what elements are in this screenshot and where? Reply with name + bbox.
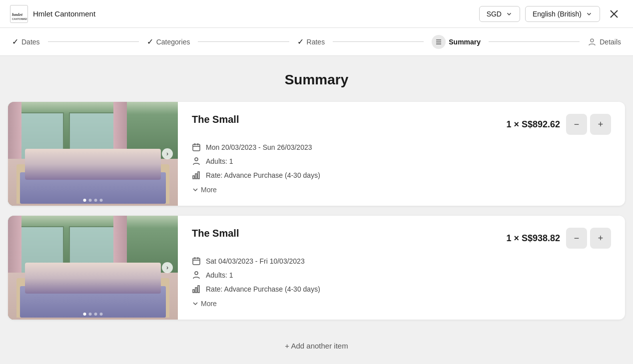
dot: [94, 313, 97, 316]
dot: [83, 199, 86, 202]
image-dots-1: [83, 199, 103, 202]
currency-value: SGD: [487, 10, 502, 18]
room-price-1: 1 × S$892.62: [506, 119, 560, 130]
dates-row-1: Mon 20/03/2023 - Sun 26/03/2023: [192, 143, 611, 152]
rate-text-2: Rate: Advance Purchase (4-30 days): [206, 285, 320, 293]
room-image-2: ›: [8, 216, 178, 320]
chevron-down-icon: [506, 10, 513, 17]
step-divider-3: [333, 41, 424, 42]
chart-icon: [192, 171, 201, 180]
svg-rect-21: [193, 290, 194, 293]
svg-point-20: [195, 272, 198, 275]
add-item-label: + Add another item: [285, 342, 348, 350]
adults-text-2: Adults: 1: [206, 271, 233, 279]
dates-label: Dates: [21, 38, 40, 46]
card-details-2: Sat 04/03/2023 - Fri 10/03/2023 Adults: …: [192, 257, 611, 308]
header-controls: SGD English (British): [479, 5, 623, 23]
booking-card-2: › The Small 1 × S$938.82 − +: [8, 216, 625, 320]
dot: [100, 199, 103, 202]
step-categories[interactable]: ✓ Categories: [147, 37, 190, 46]
increment-button-2[interactable]: +: [590, 228, 611, 249]
step-rates[interactable]: ✓ Rates: [297, 37, 325, 46]
price-controls-1: 1 × S$892.62 − +: [506, 114, 611, 135]
calendar-icon: [192, 143, 201, 152]
dates-check-icon: ✓: [12, 37, 18, 46]
currency-selector[interactable]: SGD: [479, 6, 520, 22]
logo-area: hmlet CANTONMENT Hmlet Cantonment: [10, 5, 95, 23]
details-label: Details: [600, 38, 621, 46]
categories-check-icon: ✓: [147, 37, 153, 46]
step-dates[interactable]: ✓ Dates: [12, 37, 40, 46]
rates-label: Rates: [307, 38, 325, 46]
svg-text:hmlet: hmlet: [12, 12, 23, 17]
adults-row-1: Adults: 1: [192, 157, 611, 166]
image-next-arrow-2[interactable]: ›: [162, 262, 173, 273]
booking-card-1: › The Small 1 × S$892.62 − +: [8, 102, 625, 206]
svg-text:CANTONMENT: CANTONMENT: [12, 17, 27, 20]
step-summary[interactable]: Summary: [432, 35, 481, 49]
svg-point-7: [591, 39, 594, 42]
dot: [83, 313, 86, 316]
step-details[interactable]: Details: [588, 37, 621, 46]
room-name-2: The Small: [192, 228, 239, 239]
more-label-1: More: [201, 186, 217, 194]
image-dots-2: [83, 313, 103, 316]
step-navigation: ✓ Dates ✓ Categories ✓ Rates Summary Det…: [0, 28, 633, 56]
chevron-down-icon: [192, 186, 199, 193]
quantity-controls-2: − +: [566, 228, 611, 249]
room-scene-2: [8, 216, 178, 320]
room-image-1: ›: [8, 102, 178, 206]
rate-text-1: Rate: Advance Purchase (4-30 days): [206, 171, 320, 179]
card-content-2: The Small 1 × S$938.82 − +: [178, 216, 625, 320]
summary-label: Summary: [449, 38, 481, 46]
dot: [89, 199, 92, 202]
main-content: Summary: [0, 56, 633, 364]
more-toggle-1[interactable]: More: [192, 186, 611, 194]
adults-row-2: Adults: 1: [192, 271, 611, 280]
add-item-button[interactable]: + Add another item: [8, 330, 625, 362]
adults-text-1: Adults: 1: [206, 157, 233, 165]
svg-point-12: [195, 158, 198, 161]
rate-row-2: Rate: Advance Purchase (4-30 days): [192, 285, 611, 294]
svg-rect-14: [195, 174, 197, 179]
rates-check-icon: ✓: [297, 37, 304, 46]
card-details-1: Mon 20/03/2023 - Sun 26/03/2023 Adults: …: [192, 143, 611, 194]
step-divider-2: [198, 41, 289, 42]
step-divider-1: [48, 41, 139, 42]
hotel-name: Hmlet Cantonment: [33, 9, 95, 18]
app-header: hmlet CANTONMENT Hmlet Cantonment SGD En…: [0, 0, 633, 28]
more-toggle-2[interactable]: More: [192, 300, 611, 308]
room-scene-1: [8, 102, 178, 206]
dates-text-1: Mon 20/03/2023 - Sun 26/03/2023: [206, 143, 312, 151]
person-icon: [192, 157, 201, 166]
rate-row-1: Rate: Advance Purchase (4-30 days): [192, 171, 611, 180]
close-button[interactable]: [605, 5, 623, 23]
decrement-button-1[interactable]: −: [566, 114, 587, 135]
person-icon: [192, 271, 201, 280]
svg-rect-22: [195, 288, 197, 293]
page-title: Summary: [8, 72, 625, 88]
dates-row-2: Sat 04/03/2023 - Fri 10/03/2023: [192, 257, 611, 266]
room-name-1: The Small: [192, 114, 239, 125]
decrement-button-2[interactable]: −: [566, 228, 587, 249]
chevron-down-icon: [192, 300, 199, 307]
svg-rect-23: [198, 286, 199, 293]
image-next-arrow-1[interactable]: ›: [162, 148, 173, 159]
summary-list-icon: [432, 35, 446, 49]
dot: [94, 199, 97, 202]
quantity-controls-1: − +: [566, 114, 611, 135]
svg-rect-13: [193, 176, 194, 179]
card-content-1: The Small 1 × S$892.62 − +: [178, 102, 625, 206]
dot: [89, 313, 92, 316]
more-label-2: More: [201, 300, 217, 308]
calendar-icon: [192, 257, 201, 266]
dates-text-2: Sat 04/03/2023 - Fri 10/03/2023: [206, 257, 305, 265]
language-value: English (British): [533, 10, 582, 18]
increment-button-1[interactable]: +: [590, 114, 611, 135]
card-header-1: The Small 1 × S$892.62 − +: [192, 114, 611, 135]
step-divider-4: [489, 41, 580, 42]
room-price-2: 1 × S$938.82: [506, 233, 560, 244]
svg-rect-8: [193, 144, 200, 151]
language-selector[interactable]: English (British): [525, 6, 600, 22]
svg-rect-16: [193, 258, 200, 265]
